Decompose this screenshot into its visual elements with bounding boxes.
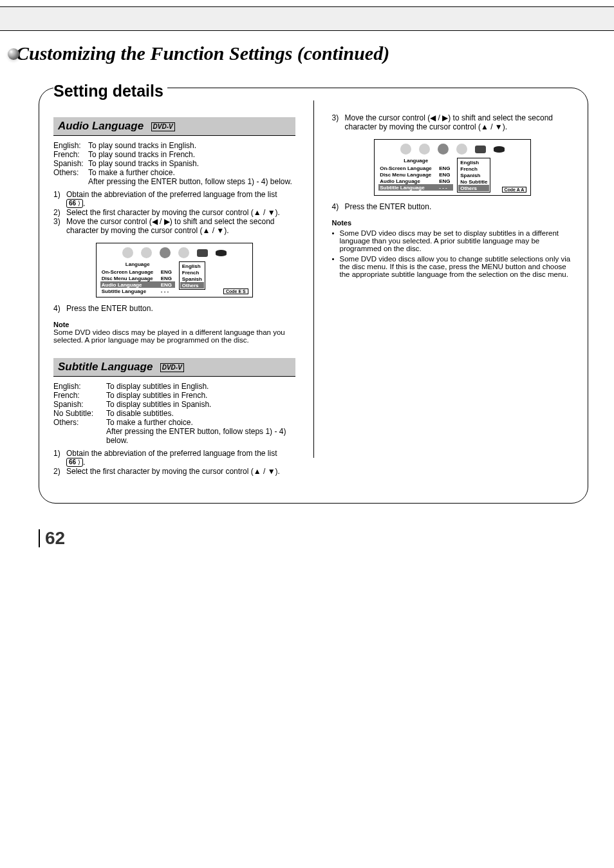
step-text: Move the cursor control (◀ / ▶) to shift…: [345, 113, 574, 131]
opt-val: To make a further choice.: [88, 168, 175, 177]
note-body: Some DVD video discs may be played in a …: [53, 328, 295, 344]
osd-tab-icons: [378, 144, 526, 155]
note-item: Some DVD video discs allow you to change…: [332, 255, 574, 278]
settings-panel: Setting details Audio Language DVD-V Eng…: [39, 88, 588, 504]
step-num: 1): [53, 190, 66, 208]
osd-code: Code A A: [502, 187, 527, 193]
step-num: 1): [53, 449, 66, 467]
arrow-icon: ◀ / ▶: [430, 113, 448, 122]
column-separator: [313, 100, 314, 458]
osd-tab-icon-selected: [160, 247, 171, 258]
step-num: 3): [53, 217, 66, 235]
opt-val: To disable subtitles.: [106, 409, 174, 418]
opt-key: French:: [53, 150, 88, 159]
osd-tab-icon: [122, 247, 133, 258]
opt-key: French:: [53, 391, 106, 400]
arrow-icon: ◀ / ▶: [152, 217, 170, 226]
subtitle-steps-right: 3) Move the cursor control (◀ / ▶) to sh…: [332, 113, 574, 131]
step-text: Select the first character by moving the…: [66, 467, 295, 476]
audio-language-header: Audio Language DVD-V: [53, 117, 295, 136]
audio-steps: 1) Obtain the abbreviation of the prefer…: [53, 190, 295, 235]
subtitle-options: English:To display subtitles in English.…: [53, 382, 295, 445]
opt-val: To play sound tracks in English.: [88, 141, 196, 150]
step-num: 3): [332, 113, 345, 131]
osd-tab-icon: [178, 247, 189, 258]
step-num: 4): [332, 202, 345, 211]
opt-key: Others:: [53, 418, 106, 427]
notes-heading: Notes: [332, 219, 574, 227]
step-text: Select the first character by moving the…: [66, 208, 295, 217]
opt-val: To play sound tracks in French.: [88, 150, 195, 159]
opt-key: Spanish:: [53, 159, 88, 168]
page-band: [0, 6, 614, 31]
step-text: Obtain the abbreviation of the preferred…: [66, 449, 295, 467]
left-column: Audio Language DVD-V English:To play sou…: [53, 107, 295, 477]
opt-key: Spanish:: [53, 400, 106, 409]
osd-header: Language: [100, 261, 175, 267]
arrow-icon: ▲ / ▼: [202, 226, 224, 235]
osd-tab-icon: [197, 249, 208, 257]
osd-tab-icon: [419, 144, 430, 155]
right-column: 3) Move the cursor control (◀ / ▶) to sh…: [332, 107, 574, 477]
osd-tab-icon: [216, 250, 227, 256]
osd-tab-icon: [475, 146, 486, 153]
page-ref: 66: [66, 199, 83, 208]
step-text: Move the cursor control (◀ / ▶) to shift…: [66, 217, 295, 235]
opt-val: To display subtitles in English.: [106, 382, 209, 391]
osd-audio: Language On-Screen LanguageENG Disc Menu…: [96, 243, 253, 297]
osd-subtitle: Language On-Screen LanguageENG Disc Menu…: [374, 139, 531, 196]
osd-code: Code E S: [223, 288, 248, 294]
arrow-icon: ▲ / ▼: [481, 122, 503, 131]
osd-tab-icons: [100, 247, 248, 258]
osd-tab-icon: [141, 247, 152, 258]
arrow-icon: ▲ / ▼: [254, 467, 275, 476]
osd-tab-icon: [456, 144, 467, 155]
opt-key: Others:: [53, 168, 88, 177]
step-num: 4): [53, 304, 66, 313]
opt-key: No Subtitle:: [53, 409, 106, 418]
opt-val: To play sound tracks in Spanish.: [88, 159, 199, 168]
osd-tab-icon-selected: [438, 144, 449, 155]
osd-header: Language: [378, 158, 453, 164]
subtitle-steps-left: 1) Obtain the abbreviation of the prefer…: [53, 449, 295, 476]
subtitle-language-title: Subtitle Language: [58, 361, 153, 373]
audio-language-title: Audio Language: [58, 120, 144, 132]
bullet-ornament: [8, 48, 19, 60]
chapter-title-text: Customizing the Function Settings (conti…: [16, 42, 389, 64]
osd-tab-icon: [400, 144, 411, 155]
opt-val: To display subtitles in Spanish.: [106, 400, 211, 409]
osd-tab-icon: [494, 146, 505, 153]
dvd-v-tag: DVD-V: [151, 122, 175, 131]
page-number: 62: [39, 529, 65, 547]
osd-right-list: English French Spanish No Subtitle Other…: [457, 158, 490, 193]
step-text: Press the ENTER button.: [345, 202, 574, 211]
opt-val: To make a further choice.: [106, 418, 193, 427]
opt-val: To display subtitles in French.: [106, 391, 207, 400]
chapter-title: Customizing the Function Settings (conti…: [8, 42, 588, 64]
page-ref: 66: [66, 458, 83, 467]
subtitle-others-sub: After pressing the ENTER button, follow …: [106, 427, 295, 445]
opt-key: English:: [53, 382, 106, 391]
panel-heading: Setting details: [53, 82, 167, 100]
dvd-v-tag: DVD-V: [160, 363, 184, 372]
notes-list: Some DVD video discs may be set to displ…: [332, 229, 574, 278]
audio-others-sub: After pressing the ENTER button, follow …: [88, 177, 295, 186]
audio-options: English:To play sound tracks in English.…: [53, 141, 295, 186]
osd-right-list: English French Spanish Others: [179, 261, 205, 290]
arrow-icon: ▲ / ▼: [254, 208, 275, 217]
subtitle-language-header: Subtitle Language DVD-V: [53, 358, 295, 377]
step-text: Press the ENTER button.: [66, 304, 295, 313]
note-item: Some DVD video discs may be set to displ…: [332, 229, 574, 252]
step-text: Obtain the abbreviation of the preferred…: [66, 190, 295, 208]
step-num: 2): [53, 467, 66, 476]
step-num: 2): [53, 208, 66, 217]
note-heading: Note: [53, 321, 295, 328]
opt-key: English:: [53, 141, 88, 150]
